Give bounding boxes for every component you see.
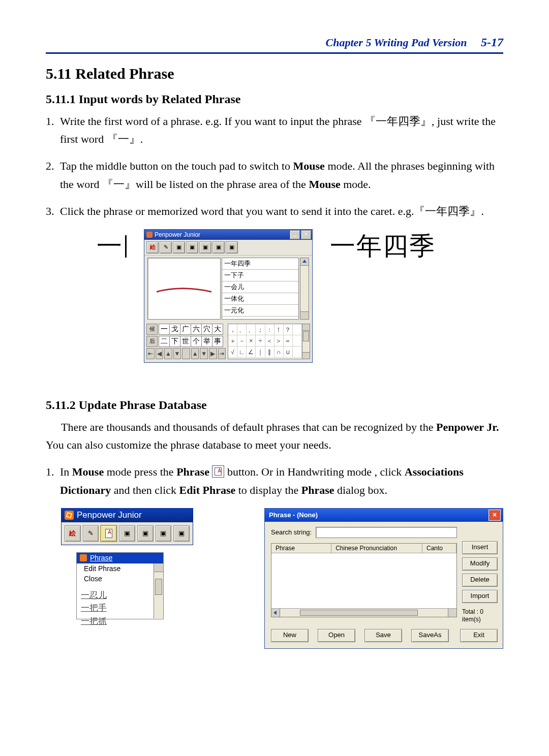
penpower-junior-window: Penpower Junior 絵 ✎ ▣ ▣ ▣ ▣ Phrase Edit … <box>61 508 193 619</box>
candidate-cell[interactable]: 广 <box>180 324 191 335</box>
step2-text: Tap the middle button on the touch pad t… <box>60 157 503 193</box>
candidate-block: 候 一 戈 广 六 穴 大 后 二 <box>146 324 226 359</box>
candidate-cell[interactable]: 二 <box>159 336 170 347</box>
candidate-mode-icon[interactable]: 候 <box>146 324 158 335</box>
candidate-mode-icon[interactable]: 后 <box>146 336 158 347</box>
symbol-scrollbar[interactable] <box>302 324 310 359</box>
close-button[interactable]: × <box>301 230 311 239</box>
ink-area[interactable] <box>147 258 221 320</box>
candidate-cell[interactable]: 穴 <box>202 324 212 335</box>
pj-title-bar: Penpower Junior <box>61 508 193 522</box>
nav-first-icon[interactable]: ⇤ <box>146 348 155 359</box>
pj-tool-7[interactable]: ▣ <box>173 525 190 542</box>
new-button[interactable]: New <box>271 629 309 642</box>
candidate-cell[interactable]: 六 <box>191 324 202 335</box>
open-button[interactable]: Open <box>318 629 355 642</box>
pj-tool-1[interactable]: 絵 <box>65 525 81 542</box>
phrase-item[interactable]: 一年四季 <box>222 258 298 270</box>
candidate-cell[interactable]: 举 <box>202 336 212 347</box>
step3-text: Click the phrase or memorized word that … <box>60 202 503 220</box>
candidate-row-1: 一 戈 广 六 穴 大 <box>159 324 223 335</box>
phrase-item[interactable]: 一下子 <box>222 270 298 281</box>
menu-item-close[interactable]: Close <box>77 574 163 584</box>
app-icon <box>146 232 152 238</box>
phrase-table-body <box>271 553 456 608</box>
figure-row-2: Penpower Junior 絵 ✎ ▣ ▣ ▣ ▣ Phrase Edit … <box>61 508 503 649</box>
subsection-2-title: 5.11.2 Update Phrase Database <box>46 398 503 412</box>
phrase-item[interactable]: 一元化 <box>222 305 298 317</box>
sub2-step1-text: In Mouse mode press the Phrase button. O… <box>60 463 503 498</box>
phrase-entry[interactable]: 一把抓 <box>77 615 154 628</box>
candidate-cell[interactable]: 一 <box>159 324 170 335</box>
nav-down2-icon[interactable]: ▼ <box>200 348 208 359</box>
tool-icon-4[interactable]: ▣ <box>186 241 198 254</box>
page-number: 5-17 <box>470 36 503 49</box>
tool-icon-3[interactable]: ▣ <box>173 241 185 254</box>
pj-tool-6[interactable]: ▣ <box>156 525 172 542</box>
search-input[interactable] <box>316 527 457 538</box>
total-label: Total : 0 item(s) <box>462 606 498 624</box>
insert-button[interactable]: Insert <box>462 541 498 554</box>
nav-up2-icon[interactable]: ▲ <box>191 348 199 359</box>
scroll-right-icon <box>451 611 454 615</box>
dialog-title: Phrase - (None) <box>269 511 318 519</box>
candidate-cell[interactable]: 下 <box>170 336 180 347</box>
title-bar: Penpower Junior _ × <box>144 230 312 240</box>
exit-button[interactable]: Exit <box>460 629 498 642</box>
search-label: Search string: <box>271 528 312 536</box>
subsection-1-title: 5.11.1 Input words by Related Phrase <box>46 92 503 106</box>
table-h-scrollbar[interactable] <box>271 608 456 617</box>
dialog-close-button[interactable]: × <box>489 510 501 521</box>
step2-number: 2. <box>46 157 60 193</box>
pj-tool-phrase[interactable] <box>101 525 117 542</box>
nav-up-icon[interactable]: ▲ <box>164 348 172 359</box>
delete-button[interactable]: Delete <box>462 574 498 587</box>
tool-icon-5[interactable]: ▣ <box>199 241 211 254</box>
pj-window-title: Penpower Junior <box>77 510 142 520</box>
col-phrase[interactable]: Phrase <box>271 544 331 553</box>
subsection-1-body: 1. Write the first word of a phrase. e.g… <box>46 112 503 220</box>
menu-scrollbar[interactable] <box>154 563 163 618</box>
nav-last-icon[interactable]: ⇥ <box>218 348 226 359</box>
phrase-item[interactable]: 一会儿 <box>222 281 298 293</box>
pj-tool-5[interactable]: ▣ <box>137 525 154 542</box>
dialog-title-bar: Phrase - (None) × <box>265 509 503 522</box>
phrase-entry[interactable]: 一把手 <box>77 602 154 615</box>
pj-tool-4[interactable]: ▣ <box>119 525 135 542</box>
candidate-cell[interactable]: 个 <box>191 336 202 347</box>
result-phrase-right: 一年四季 <box>330 229 436 259</box>
col-canto[interactable]: Canto <box>422 544 456 553</box>
nav-down-icon[interactable]: ▼ <box>173 348 181 359</box>
saveas-button[interactable]: SaveAs <box>411 629 449 642</box>
menu-item-edit-phrase[interactable]: Edit Phrase <box>77 563 163 574</box>
pj-tool-2[interactable]: ✎ <box>83 525 99 542</box>
step3-number: 3. <box>46 202 60 220</box>
running-header: Chapter 5 Writing Pad Version 5-17 <box>46 36 503 54</box>
modify-button[interactable]: Modify <box>462 557 498 571</box>
tool-icon-1[interactable]: 絵 <box>146 241 159 254</box>
col-pronunciation[interactable]: Chinese Pronunciation <box>331 544 422 553</box>
candidate-cell[interactable]: 大 <box>212 324 223 335</box>
candidate-cell[interactable]: 事 <box>212 336 223 347</box>
phrase-item[interactable]: 一体化 <box>222 293 298 305</box>
import-button[interactable]: Import <box>462 590 498 603</box>
candidate-cell[interactable]: 世 <box>180 336 191 347</box>
symbol-block: ，、、；：！？ ＋－×÷＜＞＝ √∟∠｜∥∩∪ <box>228 324 310 359</box>
window-title: Penpower Junior <box>155 231 200 238</box>
minimize-button[interactable]: _ <box>290 230 300 239</box>
pj-toolbar: 絵 ✎ ▣ ▣ ▣ ▣ <box>61 522 193 545</box>
nav-next-icon[interactable]: ▶ <box>209 348 217 359</box>
nav-prev-icon[interactable]: ◀ <box>156 348 164 359</box>
nav-sep <box>182 348 190 359</box>
penpower-mouse-window: Penpower Junior _ × 絵 ✎ ▣ ▣ ▣ ▣ ▣ <box>144 229 313 363</box>
tool-icon-7[interactable]: ▣ <box>226 241 238 254</box>
candidate-cell[interactable]: 戈 <box>170 324 180 335</box>
phrase-scrollbar[interactable] <box>300 258 309 320</box>
phrase-entry[interactable]: 一忍儿 <box>77 589 154 602</box>
save-button[interactable]: Save <box>364 629 402 642</box>
tool-icon-6[interactable]: ▣ <box>212 241 225 254</box>
phrase-item[interactable]: 一元论 <box>222 317 298 320</box>
tool-icon-2[interactable]: ✎ <box>160 241 172 254</box>
figure-row-1: 一 Penpower Junior _ × 絵 ✎ ▣ ▣ ▣ ▣ <box>97 229 503 363</box>
phrase-dialog: Phrase - (None) × Search string: Phrase … <box>264 508 503 649</box>
